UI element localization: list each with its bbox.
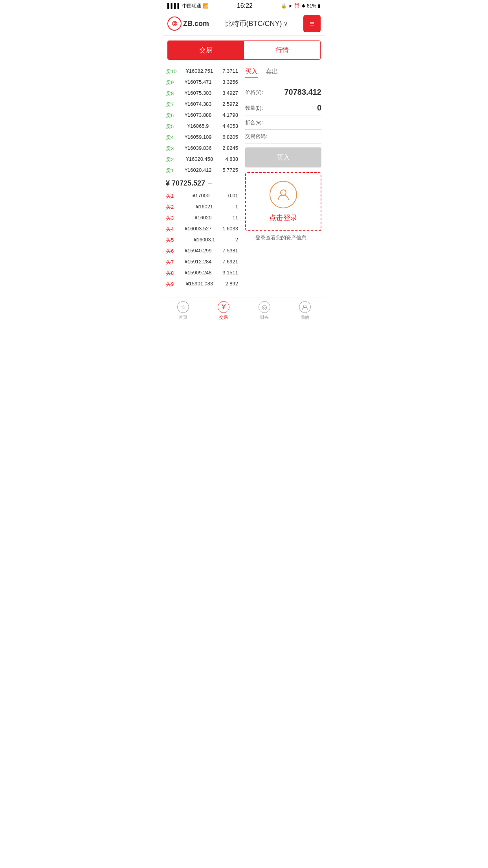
sell-price: ¥16075.303 [185, 90, 212, 97]
total-label: 折合(¥): [245, 119, 263, 126]
sell-price: ¥16039.836 [185, 145, 212, 152]
sell-price: ¥16020.458 [186, 156, 213, 163]
price-row: 价格(¥): 70783.412 [245, 85, 321, 100]
nav-profile[interactable]: 我的 [285, 301, 326, 320]
bottom-nav: ☆ 首页 ¥ 交易 ◎ 财务 我的 [163, 298, 325, 322]
buy-qty: 3.1511 [222, 270, 238, 277]
buy-label: 买7 [166, 259, 174, 266]
location-icon: ➤ [288, 3, 292, 9]
nav-trade[interactable]: ¥ 交易 [204, 301, 244, 320]
qty-label: 数量(₿): [245, 105, 263, 112]
buy-price: ¥15940.299 [185, 248, 212, 255]
svg-point-0 [281, 190, 286, 195]
alarm-icon: ⏰ [294, 3, 300, 9]
sell-label: 卖7 [166, 101, 174, 108]
order-book: 卖10 ¥16082.751 7.3711 卖9 ¥16075.471 3.32… [163, 64, 241, 291]
buy-order-row: 买1 ¥17000 0.01 [165, 191, 239, 202]
total-row: 折合(¥): [245, 116, 321, 130]
nav-trade-label: 交易 [219, 314, 228, 320]
pair-name: 比特币(BTC/CNY) [225, 19, 282, 28]
sell-qty: 4.4053 [222, 123, 238, 130]
buy-label: 买5 [166, 237, 174, 244]
main-content: 卖10 ¥16082.751 7.3711 卖9 ¥16075.471 3.32… [163, 64, 325, 291]
logo-zb: ZB [183, 20, 193, 28]
buy-order-row: 买3 ¥16020 11 [165, 213, 239, 224]
battery-pct: 81% [307, 3, 316, 9]
buy-label: 买9 [166, 281, 174, 288]
login-text[interactable]: 点击登录 [269, 213, 297, 223]
status-time: 16:22 [237, 2, 253, 9]
buy-qty: 2 [235, 237, 238, 244]
sell-label: 卖8 [166, 90, 174, 97]
sell-order-row: 卖4 ¥16059.109 6.8205 [165, 132, 239, 143]
buy-price: ¥16020 [194, 215, 211, 222]
sell-order-row: 卖7 ¥16074.383 2.5972 [165, 99, 239, 110]
sell-label: 卖6 [166, 112, 174, 119]
logo-text: ZB.com [183, 20, 209, 28]
home-icon: ☆ [177, 301, 189, 313]
buy-order-row: 买9 ¥15901.083 2.892 [165, 279, 239, 290]
sell-order-row: 卖6 ¥16073.888 4.1798 [165, 110, 239, 121]
nav-finance-label: 财务 [260, 314, 269, 320]
buy-qty: 11 [233, 215, 238, 222]
carrier: 中国联通 [182, 3, 201, 9]
main-tab-bar: 交易 行情 [167, 40, 321, 60]
tab-market[interactable]: 行情 [244, 41, 320, 59]
buy-price: ¥15912.284 [185, 259, 212, 266]
sell-qty: 6.8205 [222, 134, 238, 141]
buy-label: 买1 [166, 193, 174, 200]
tab-trade[interactable]: 交易 [168, 41, 244, 59]
price-value[interactable]: 70783.412 [266, 88, 322, 97]
profile-icon [299, 301, 311, 313]
buy-order-row: 买2 ¥16021 1 [165, 202, 239, 213]
sell-order-row: 卖9 ¥16075.471 3.3256 [165, 77, 239, 88]
sell-orders: 卖10 ¥16082.751 7.3711 卖9 ¥16075.471 3.32… [165, 66, 239, 176]
qty-value[interactable]: 0 [265, 103, 321, 112]
login-box[interactable]: 点击登录 [245, 172, 321, 231]
wifi-icon: 📶 [203, 3, 209, 9]
header-title[interactable]: 比特币(BTC/CNY) ∨ [225, 19, 288, 28]
nav-profile-label: 我的 [301, 314, 309, 320]
nav-home[interactable]: ☆ 首页 [163, 301, 204, 320]
sell-qty: 2.5972 [222, 101, 238, 108]
logo: ② ZB.com [167, 17, 209, 31]
sell-price: ¥16075.471 [185, 79, 212, 86]
price-label: 价格(¥): [245, 89, 263, 96]
sell-price: ¥16074.383 [185, 101, 212, 108]
lock-icon: 🔒 [281, 3, 287, 9]
nav-home-label: 首页 [179, 314, 187, 320]
sell-order-row: 卖3 ¥16039.836 2.8245 [165, 143, 239, 154]
tab-sell[interactable]: 卖出 [266, 68, 278, 78]
sell-price: ¥16082.751 [186, 68, 213, 75]
status-right: 🔒 ➤ ⏰ ✱ 81% ▮ [281, 3, 321, 9]
buy-button[interactable]: 买入 [245, 147, 321, 167]
bluetooth-icon: ✱ [301, 3, 305, 9]
buy-label: 买4 [166, 226, 174, 233]
tab-buy[interactable]: 买入 [245, 68, 258, 78]
buy-order-row: 买8 ¥15909.248 3.1511 [165, 268, 239, 279]
sell-label: 卖4 [166, 134, 174, 141]
sell-order-row: 卖8 ¥16075.303 3.4927 [165, 88, 239, 99]
sell-price: ¥16059.109 [185, 134, 212, 141]
logo-domain: .com [193, 20, 209, 28]
sell-qty: 2.8245 [222, 145, 238, 152]
sell-label: 卖9 [166, 79, 174, 86]
header: ② ZB.com 比特币(BTC/CNY) ∨ ≡ [163, 12, 325, 36]
trade-panel: 买入 卖出 价格(¥): 70783.412 数量(₿): 0 折合(¥): 交… [241, 64, 325, 291]
hamburger-icon: ≡ [310, 20, 314, 28]
buy-qty: 2.892 [225, 281, 238, 288]
buy-qty: 0.01 [228, 193, 238, 200]
nav-finance[interactable]: ◎ 财务 [244, 301, 285, 320]
sell-label: 卖2 [166, 156, 174, 163]
sell-order-row: 卖1 ¥16020.412 5.7725 [165, 165, 239, 176]
password-label: 交易密码: [245, 133, 267, 140]
sell-label: 卖1 [166, 167, 174, 174]
buy-price: ¥15909.248 [185, 270, 212, 277]
buy-order-row: 买4 ¥16003.527 1.6033 [165, 224, 239, 235]
signal-icon: ▌▌▌▌ [167, 3, 181, 9]
sell-price: ¥16073.888 [185, 112, 212, 119]
buy-qty: 1.6033 [222, 226, 238, 233]
buy-price: ¥17000 [193, 193, 209, 200]
sell-label: 卖5 [166, 123, 174, 130]
menu-button[interactable]: ≡ [303, 15, 321, 32]
